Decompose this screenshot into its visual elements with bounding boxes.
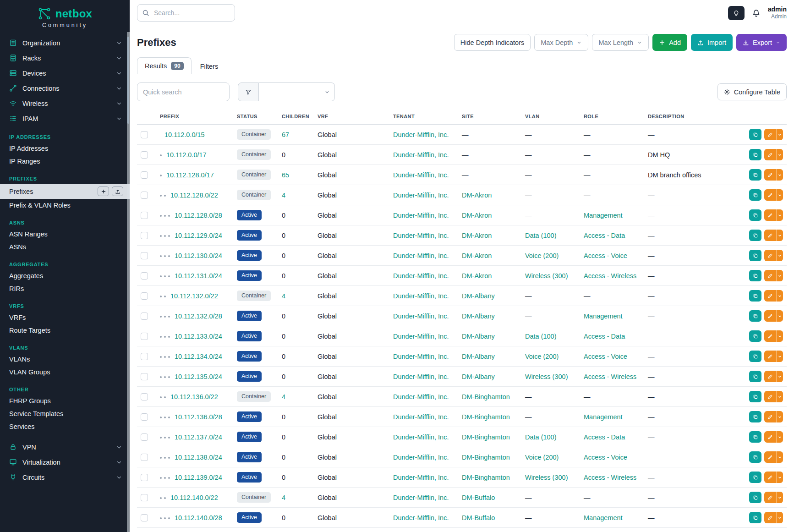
edit-dropdown-button[interactable]	[776, 330, 783, 342]
edit-dropdown-button[interactable]	[776, 209, 783, 221]
site-link[interactable]: DM-Albany	[462, 313, 495, 320]
site-link[interactable]: DM-Albany	[462, 292, 495, 300]
sidebar-item-devices[interactable]: Devices	[0, 66, 130, 81]
prefix-link[interactable]: 10.112.128.0/17	[166, 171, 214, 179]
edit-button[interactable]	[764, 371, 776, 382]
row-checkbox[interactable]	[141, 292, 148, 300]
role-link[interactable]: Access - Voice	[584, 353, 627, 360]
row-checkbox[interactable]	[141, 333, 148, 340]
clone-button[interactable]	[749, 351, 761, 362]
sidebar-item-racks[interactable]: Racks	[0, 50, 130, 66]
edit-button[interactable]	[764, 391, 776, 402]
role-link[interactable]: Access - Wireless	[584, 373, 636, 380]
prefix-link[interactable]: 10.112.130.0/24	[175, 252, 222, 259]
sidebar-item-ip-ranges[interactable]: IP Ranges	[0, 155, 130, 168]
clone-button[interactable]	[749, 189, 761, 201]
column-header-prefix[interactable]: PREFIX	[156, 109, 233, 125]
prefix-link[interactable]: 10.112.129.0/24	[175, 232, 222, 239]
filter-button[interactable]	[238, 82, 259, 101]
saved-filter-select[interactable]	[259, 82, 335, 101]
tenant-link[interactable]: Dunder-Mifflin, Inc.	[393, 494, 449, 501]
theme-toggle-button[interactable]	[728, 6, 745, 20]
edit-button[interactable]	[764, 492, 776, 503]
tab-filters[interactable]: Filters	[192, 58, 226, 74]
role-link[interactable]: Management	[584, 313, 623, 320]
max-depth-dropdown[interactable]: Max Depth	[534, 34, 588, 51]
row-checkbox[interactable]	[141, 393, 148, 400]
prefix-link[interactable]: 10.112.135.0/24	[175, 373, 222, 380]
sidebar-item-organization[interactable]: Organization	[0, 35, 130, 50]
row-checkbox[interactable]	[141, 151, 148, 159]
role-link[interactable]: Management	[584, 212, 623, 219]
clone-button[interactable]	[749, 270, 761, 281]
clone-button[interactable]	[749, 169, 761, 181]
vlan-link[interactable]: Voice (200)	[525, 353, 559, 360]
role-link[interactable]: Access - Data	[584, 232, 625, 239]
sidebar-item-fhrp-groups[interactable]: FHRP Groups	[0, 395, 130, 407]
children-count-link[interactable]: 65	[282, 171, 289, 179]
prefix-link[interactable]: 10.112.132.0/28	[175, 313, 222, 320]
vlan-link[interactable]: Data (100)	[525, 232, 557, 239]
edit-button[interactable]	[764, 129, 776, 140]
site-link[interactable]: DM-Akron	[462, 192, 492, 199]
tab-results[interactable]: Results 90	[137, 57, 192, 74]
edit-dropdown-button[interactable]	[776, 270, 783, 281]
tenant-link[interactable]: Dunder-Mifflin, Inc.	[393, 413, 449, 421]
site-link[interactable]: DM-Albany	[462, 373, 495, 380]
clone-button[interactable]	[749, 129, 761, 140]
row-checkbox[interactable]	[141, 171, 148, 179]
vlan-link[interactable]: Voice (200)	[525, 252, 559, 259]
prefix-link[interactable]: 10.112.132.0/22	[170, 292, 218, 300]
edit-dropdown-button[interactable]	[776, 149, 783, 160]
row-checkbox[interactable]	[141, 514, 148, 521]
site-link[interactable]: DM-Buffalo	[462, 514, 495, 521]
vlan-link[interactable]: Data (100)	[525, 433, 557, 441]
row-checkbox[interactable]	[141, 373, 148, 380]
edit-button[interactable]	[764, 290, 776, 302]
row-checkbox[interactable]	[141, 252, 148, 259]
tenant-link[interactable]: Dunder-Mifflin, Inc.	[393, 252, 449, 259]
edit-button[interactable]	[764, 209, 776, 221]
column-header-tenant[interactable]: TENANT	[389, 109, 458, 125]
children-count-link[interactable]: 4	[282, 494, 285, 501]
tenant-link[interactable]: Dunder-Mifflin, Inc.	[393, 171, 449, 179]
row-checkbox[interactable]	[141, 433, 148, 441]
edit-dropdown-button[interactable]	[776, 512, 783, 523]
edit-dropdown-button[interactable]	[776, 250, 783, 261]
site-link[interactable]: DM-Albany	[462, 353, 495, 360]
site-link[interactable]: DM-Binghamton	[462, 433, 510, 441]
role-link[interactable]: Management	[584, 413, 623, 421]
vlan-link[interactable]: Wireless (300)	[525, 272, 568, 280]
sidebar-item-vlan-groups[interactable]: VLAN Groups	[0, 366, 130, 378]
vlan-link[interactable]: Data (100)	[525, 333, 557, 340]
row-checkbox[interactable]	[141, 212, 148, 219]
vlan-link[interactable]: Wireless (300)	[525, 373, 568, 380]
role-link[interactable]: Management	[584, 514, 623, 521]
row-checkbox[interactable]	[141, 131, 148, 138]
row-checkbox[interactable]	[141, 232, 148, 239]
edit-button[interactable]	[764, 310, 776, 322]
sidebar-item-vpn[interactable]: VPN	[0, 439, 130, 455]
clone-button[interactable]	[749, 230, 761, 241]
site-link[interactable]: DM-Binghamton	[462, 413, 510, 421]
clone-button[interactable]	[749, 431, 761, 443]
row-checkbox[interactable]	[141, 413, 148, 421]
tenant-link[interactable]: Dunder-Mifflin, Inc.	[393, 474, 449, 481]
sidebar-item-prefix-vlan-roles[interactable]: Prefix & VLAN Roles	[0, 199, 130, 212]
sidebar-item-wireless[interactable]: Wireless	[0, 96, 130, 111]
prefix-link[interactable]: 10.112.138.0/24	[175, 454, 222, 461]
prefix-link[interactable]: 10.112.0.0/15	[164, 131, 205, 138]
edit-button[interactable]	[764, 330, 776, 342]
site-link[interactable]: DM-Binghamton	[462, 393, 510, 400]
prefix-link[interactable]: 10.112.139.0/24	[175, 474, 222, 481]
sidebar-item-circuits[interactable]: Circuits	[0, 470, 130, 485]
prefix-link[interactable]: 10.112.134.0/24	[175, 353, 222, 360]
export-button[interactable]: Export	[736, 34, 787, 51]
sidebar-item-service-templates[interactable]: Service Templates	[0, 407, 130, 420]
max-length-dropdown[interactable]: Max Length	[592, 34, 649, 51]
role-link[interactable]: Access - Wireless	[584, 272, 636, 280]
role-link[interactable]: Access - Data	[584, 333, 625, 340]
tenant-link[interactable]: Dunder-Mifflin, Inc.	[393, 151, 449, 159]
edit-button[interactable]	[764, 169, 776, 181]
prefix-link[interactable]: 10.112.128.0/22	[170, 192, 218, 199]
